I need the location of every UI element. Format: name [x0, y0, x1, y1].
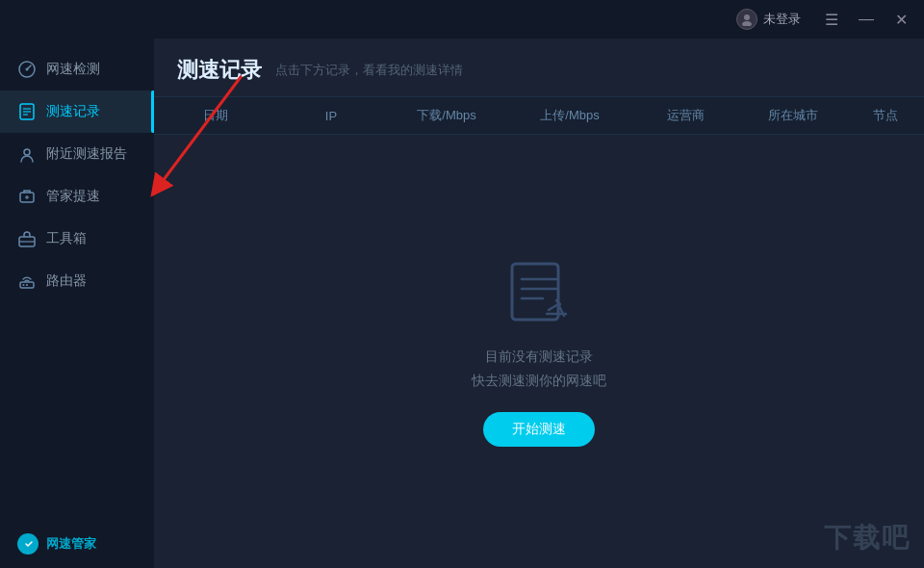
col-city: 所在城市 [739, 107, 847, 124]
user-label: 未登录 [763, 11, 801, 28]
svg-point-3 [26, 68, 29, 71]
speed-record-icon [17, 102, 37, 121]
sidebar-item-router[interactable]: 路由器 [0, 260, 154, 302]
page-title: 测速记录 [177, 56, 262, 85]
manager-boost-icon [17, 187, 37, 206]
nearby-report-icon [17, 144, 37, 164]
table-header: 日期 IP 下载/Mbps 上传/Mbps 运营商 所在城市 节点 [154, 96, 924, 135]
router-icon [17, 271, 37, 291]
page-header: 测速记录 点击下方记录，看看我的测速详情 [154, 39, 924, 96]
avatar-icon [736, 9, 757, 30]
svg-point-15 [23, 284, 25, 286]
svg-point-16 [26, 284, 28, 286]
sidebar-item-toolbox[interactable]: 工具箱 [0, 218, 154, 260]
col-date: 日期 [154, 107, 277, 124]
sidebar-label-speed-check: 网速检测 [46, 61, 100, 78]
toolbox-icon [17, 229, 37, 248]
sidebar-item-manager-boost[interactable]: 管家提速 [0, 175, 154, 218]
col-isp: 运营商 [631, 107, 739, 124]
close-button[interactable]: ✕ [887, 6, 914, 33]
sidebar-label-manager-boost: 管家提速 [46, 188, 100, 205]
sidebar: 网速检测 测速记录 附近测速报告 [0, 39, 154, 568]
empty-line2: 快去测速测你的网速吧 [472, 369, 606, 393]
sidebar-label-toolbox: 工具箱 [46, 230, 87, 247]
minimize-button[interactable]: — [853, 6, 880, 33]
sidebar-item-nearby-report[interactable]: 附近测速报告 [0, 133, 154, 175]
watermark: 下载吧 [824, 520, 911, 556]
empty-record-icon [500, 256, 578, 333]
page-subtitle: 点击下方记录，看看我的测速详情 [275, 62, 463, 79]
sidebar-label-nearby-report: 附近测速报告 [46, 145, 127, 163]
sidebar-item-speed-check[interactable]: 网速检测 [0, 48, 154, 90]
sidebar-brand: 网速管家 [0, 520, 154, 568]
title-bar: 未登录 ☰ — ✕ [0, 0, 924, 39]
brand-logo-icon [17, 533, 38, 555]
svg-point-1 [742, 21, 752, 26]
col-node: 节点 [847, 107, 924, 124]
svg-point-0 [744, 14, 750, 20]
sidebar-label-router: 路由器 [46, 272, 87, 290]
svg-point-8 [24, 149, 30, 155]
main-content: 测速记录 点击下方记录，看看我的测速详情 日期 IP 下载/Mbps 上传/Mb… [154, 39, 924, 568]
start-test-button[interactable]: 开始测速 [483, 412, 595, 447]
user-area: 未登录 [736, 9, 801, 30]
empty-line1: 目前没有测速记录 [472, 345, 606, 369]
brand-name: 网速管家 [46, 535, 96, 553]
sidebar-label-speed-record: 测速记录 [46, 103, 100, 120]
empty-state: 目前没有测速记录 快去测速测你的网速吧 开始测速 [154, 135, 924, 568]
title-bar-controls: 未登录 ☰ — ✕ [736, 6, 914, 33]
sidebar-item-speed-record[interactable]: 测速记录 [0, 90, 154, 133]
svg-rect-17 [512, 264, 558, 320]
menu-button[interactable]: ☰ [818, 6, 845, 33]
speed-check-icon [17, 60, 37, 79]
col-ip: IP [277, 109, 385, 123]
col-upload: 上传/Mbps [508, 107, 631, 124]
empty-text: 目前没有测速记录 快去测速测你的网速吧 [472, 345, 606, 393]
col-download: 下载/Mbps [385, 107, 508, 124]
